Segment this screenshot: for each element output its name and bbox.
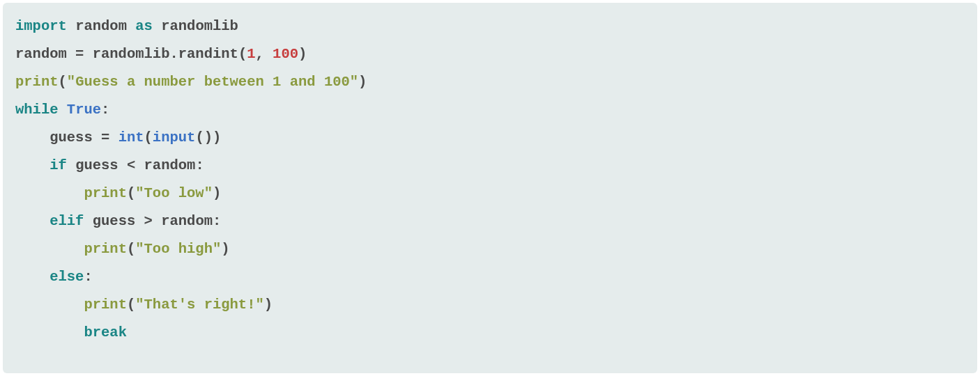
indent <box>15 130 49 146</box>
space <box>84 213 92 229</box>
op-assign: = <box>67 46 93 62</box>
code-line-9: print("Too high") <box>15 235 965 263</box>
keyword-break: break <box>84 324 127 340</box>
name-randomlib: randomlib <box>93 46 170 62</box>
rparen: ) <box>264 297 273 313</box>
indent <box>15 269 49 285</box>
var-guess: guess <box>93 213 136 229</box>
lparen: ( <box>127 185 135 201</box>
string-guess-prompt: "Guess a number between 1 and 100" <box>67 74 358 90</box>
code-line-1: import random as randomlib <box>15 13 965 40</box>
lparen: ( <box>127 241 135 257</box>
func-print: print <box>84 297 127 313</box>
string-thats-right: "That's right!" <box>135 297 264 313</box>
builtin-input: input <box>153 130 196 146</box>
func-randint: randint <box>178 46 238 62</box>
var-guess: guess <box>75 157 118 173</box>
code-line-10: else: <box>15 263 965 291</box>
code-line-7: print("Too low") <box>15 180 965 207</box>
rparen: ) <box>213 130 221 146</box>
indent <box>15 185 84 201</box>
var-guess: guess <box>49 130 93 146</box>
keyword-elif: elif <box>49 213 84 229</box>
module-random: random <box>75 18 127 34</box>
dot: . <box>169 46 178 62</box>
keyword-else: else <box>49 269 84 285</box>
code-line-8: elif guess > random: <box>15 207 965 235</box>
indent <box>15 297 84 313</box>
var-random: random <box>15 46 67 62</box>
indent <box>15 324 84 340</box>
op-assign: = <box>93 130 118 146</box>
indent <box>15 241 84 257</box>
lparen: ( <box>127 297 135 313</box>
lparen: ( <box>195 130 204 146</box>
code-block: import random as randomlib random = rand… <box>3 3 977 373</box>
indent <box>15 213 49 229</box>
indent <box>15 157 49 173</box>
code-line-12: break <box>15 319 965 347</box>
var-random: random <box>161 213 213 229</box>
op-lt: < <box>118 157 144 173</box>
const-true: True <box>67 102 101 118</box>
code-line-6: if guess < random: <box>15 152 965 180</box>
builtin-int: int <box>118 130 144 146</box>
keyword-import: import <box>15 18 67 34</box>
alias-randomlib: randomlib <box>161 18 238 34</box>
func-print: print <box>84 185 127 201</box>
num-100: 100 <box>273 46 298 62</box>
rparen: ) <box>298 46 307 62</box>
op-gt: > <box>135 213 161 229</box>
keyword-while: while <box>15 102 59 118</box>
colon: : <box>213 213 221 229</box>
keyword-as: as <box>135 18 153 34</box>
lparen: ( <box>238 46 247 62</box>
code-line-11: print("That's right!") <box>15 291 965 319</box>
rparen: ) <box>213 185 221 201</box>
string-too-low: "Too low" <box>135 185 213 201</box>
func-print: print <box>15 74 59 90</box>
space <box>67 157 75 173</box>
rparen: ) <box>221 241 229 257</box>
func-print: print <box>84 241 127 257</box>
var-random: random <box>144 157 196 173</box>
code-line-3: print("Guess a number between 1 and 100"… <box>15 68 965 96</box>
rparen: ) <box>204 130 213 146</box>
lparen: ( <box>59 74 67 90</box>
space <box>59 102 67 118</box>
keyword-if: if <box>49 157 67 173</box>
code-line-2: random = randomlib.randint(1, 100) <box>15 40 965 68</box>
code-line-5: guess = int(input()) <box>15 124 965 152</box>
num-1: 1 <box>247 46 255 62</box>
colon: : <box>101 102 109 118</box>
code-line-4: while True: <box>15 96 965 124</box>
comma: , <box>256 46 273 62</box>
rparen: ) <box>358 74 367 90</box>
lparen: ( <box>144 130 153 146</box>
colon: : <box>84 269 92 285</box>
string-too-high: "Too high" <box>135 241 221 257</box>
colon: : <box>195 157 204 173</box>
